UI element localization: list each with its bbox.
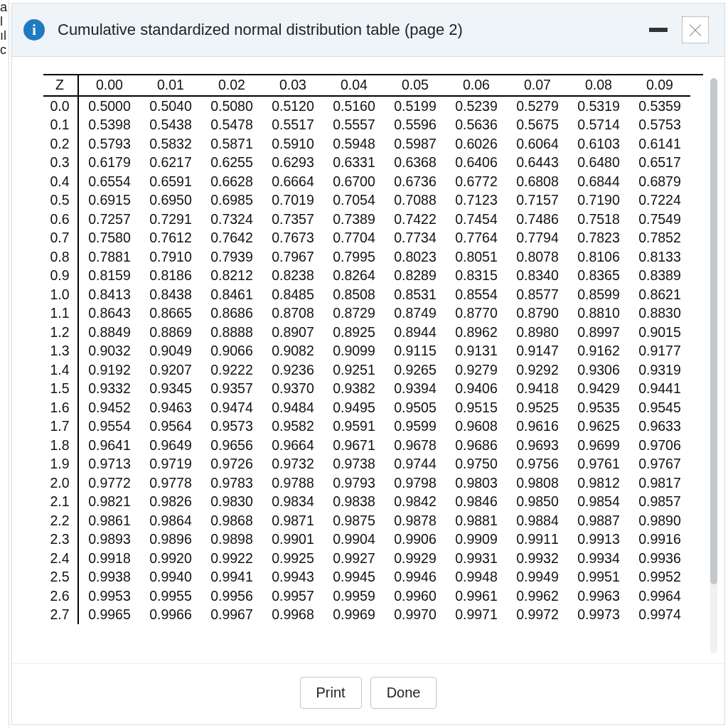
vertical-scrollbar-thumb[interactable] — [710, 78, 717, 584]
table-cell: 0.7673 — [262, 229, 323, 248]
table-cell: 0.8413 — [78, 285, 140, 304]
table-cell: 0.6064 — [507, 134, 568, 154]
table-cell: 0.7324 — [201, 210, 262, 229]
table-cell: 0.8389 — [629, 267, 690, 286]
z-row-label: 0.5 — [43, 191, 78, 210]
table-cell: 0.9222 — [201, 360, 262, 380]
table-cell: 0.9207 — [140, 360, 201, 380]
column-header: 0.02 — [201, 75, 262, 96]
table-cell: 0.8643 — [78, 304, 140, 323]
table-cell: 0.6700 — [323, 172, 385, 191]
table-cell: 0.6179 — [78, 154, 140, 173]
table-cell: 0.6331 — [323, 154, 385, 173]
table-scroll-viewport[interactable]: Z0.000.010.020.030.040.050.060.070.080.0… — [43, 74, 703, 660]
table-cell: 0.9564 — [140, 417, 201, 437]
table-cell: 0.7123 — [446, 191, 507, 210]
table-cell: 0.6844 — [568, 172, 629, 191]
table-cell: 0.5793 — [78, 134, 140, 154]
table-cell: 0.9649 — [140, 436, 201, 455]
table-cell: 0.9265 — [385, 360, 446, 380]
table-row: 2.20.98610.98640.98680.98710.98750.98780… — [43, 511, 690, 530]
table-cell: 0.9878 — [385, 511, 446, 530]
table-row: 1.20.88490.88690.88880.89070.89250.89440… — [43, 323, 690, 342]
z-row-label: 0.0 — [43, 96, 78, 116]
table-cell: 0.9945 — [323, 568, 385, 587]
table-cell: 0.5871 — [201, 134, 262, 154]
table-cell: 0.9370 — [262, 380, 323, 399]
print-button[interactable]: Print — [300, 677, 362, 709]
dialog-header: i Cumulative standardized normal distrib… — [12, 4, 724, 57]
header-actions — [649, 16, 709, 43]
table-cell: 0.6591 — [140, 172, 201, 191]
dialog-window: i Cumulative standardized normal distrib… — [11, 3, 725, 725]
table-cell: 0.9032 — [78, 342, 140, 361]
table-cell: 0.8051 — [446, 247, 507, 267]
close-button[interactable] — [682, 16, 709, 43]
done-button[interactable]: Done — [370, 677, 437, 709]
table-header-row: Z0.000.010.020.030.040.050.060.070.080.0… — [43, 75, 690, 96]
column-header: 0.07 — [507, 75, 568, 96]
column-header: 0.03 — [262, 75, 323, 96]
table-cell: 0.9582 — [262, 417, 323, 437]
table-cell: 0.7190 — [568, 191, 629, 210]
table-cell: 0.8907 — [262, 323, 323, 342]
table-cell: 0.9925 — [262, 549, 323, 568]
table-cell: 0.8599 — [568, 285, 629, 304]
table-cell: 0.9656 — [201, 436, 262, 455]
table-cell: 0.8944 — [385, 323, 446, 342]
table-cell: 0.5120 — [262, 96, 323, 116]
table-cell: 0.9015 — [629, 323, 690, 342]
table-row: 0.00.50000.50400.50800.51200.51600.51990… — [43, 96, 690, 116]
z-column-header: Z — [43, 75, 78, 96]
table-cell: 0.9868 — [201, 511, 262, 530]
table-cell: 0.8133 — [629, 247, 690, 267]
table-cell: 0.9798 — [385, 473, 446, 493]
table-row: 1.30.90320.90490.90660.90820.90990.91150… — [43, 342, 690, 361]
table-cell: 0.7852 — [629, 229, 690, 248]
table-cell: 0.7764 — [446, 229, 507, 248]
z-row-label: 1.0 — [43, 285, 78, 304]
table-row: 0.30.61790.62170.62550.62930.63310.63680… — [43, 154, 690, 173]
z-row-label: 1.2 — [43, 323, 78, 342]
table-cell: 0.6443 — [507, 154, 568, 173]
table-cell: 0.9535 — [568, 398, 629, 417]
vertical-scrollbar-track[interactable] — [710, 78, 717, 653]
z-row-label: 1.7 — [43, 417, 78, 437]
table-cell: 0.6915 — [78, 191, 140, 210]
table-cell: 0.9884 — [507, 511, 568, 530]
table-cell: 0.8888 — [201, 323, 262, 342]
table-cell: 0.8508 — [323, 285, 385, 304]
table-row: 0.40.65540.65910.66280.66640.67000.67360… — [43, 172, 690, 191]
table-cell: 0.9965 — [78, 606, 140, 625]
table-cell: 0.9545 — [629, 398, 690, 417]
table-cell: 0.9956 — [201, 587, 262, 606]
table-cell: 0.9834 — [262, 493, 323, 512]
z-row-label: 0.7 — [43, 229, 78, 248]
table-cell: 0.9756 — [507, 455, 568, 474]
table-cell: 0.5160 — [323, 96, 385, 116]
table-cell: 0.9131 — [446, 342, 507, 361]
column-header: 0.04 — [323, 75, 385, 96]
z-row-label: 1.1 — [43, 304, 78, 323]
table-cell: 0.9948 — [446, 568, 507, 587]
z-row-label: 1.3 — [43, 342, 78, 361]
table-cell: 0.9963 — [568, 587, 629, 606]
table-cell: 0.9793 — [323, 473, 385, 493]
table-cell: 0.8106 — [568, 247, 629, 267]
table-row: 1.70.95540.95640.95730.95820.95910.95990… — [43, 417, 690, 437]
table-cell: 0.8925 — [323, 323, 385, 342]
table-cell: 0.9901 — [262, 530, 323, 550]
table-cell: 0.8078 — [507, 247, 568, 267]
minimize-button[interactable] — [649, 28, 668, 32]
table-cell: 0.7291 — [140, 210, 201, 229]
table-cell: 0.5987 — [385, 134, 446, 154]
table-cell: 0.9893 — [78, 530, 140, 550]
table-cell: 0.9641 — [78, 436, 140, 455]
table-cell: 0.6026 — [446, 134, 507, 154]
table-cell: 0.6772 — [446, 172, 507, 191]
table-cell: 0.9783 — [201, 473, 262, 493]
table-row: 2.70.99650.99660.99670.99680.99690.99700… — [43, 606, 690, 625]
table-cell: 0.7054 — [323, 191, 385, 210]
table-cell: 0.6480 — [568, 154, 629, 173]
table-cell: 0.9943 — [262, 568, 323, 587]
